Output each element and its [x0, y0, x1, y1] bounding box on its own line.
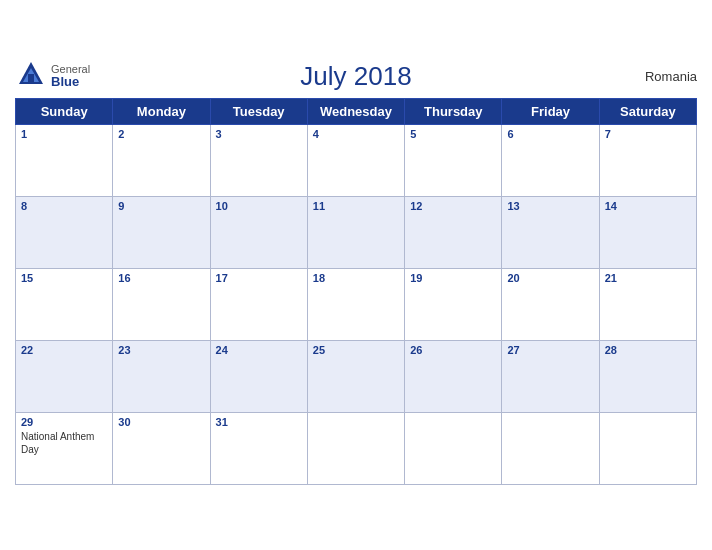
day-number: 14	[605, 200, 691, 212]
day-number: 31	[216, 416, 302, 428]
day-cell-24: 24	[210, 340, 307, 412]
day-number: 21	[605, 272, 691, 284]
header-saturday: Saturday	[599, 98, 696, 124]
day-cell-21: 21	[599, 268, 696, 340]
day-number: 24	[216, 344, 302, 356]
calendar-wrapper: General Blue July 2018 Romania Sunday Mo…	[0, 51, 712, 500]
day-cell-20: 20	[502, 268, 599, 340]
day-cell-18: 18	[307, 268, 404, 340]
day-number: 6	[507, 128, 593, 140]
day-number: 3	[216, 128, 302, 140]
day-cell-31: 31	[210, 412, 307, 484]
day-number: 8	[21, 200, 107, 212]
week-row-5: 29National Anthem Day3031	[16, 412, 697, 484]
week-row-3: 15161718192021	[16, 268, 697, 340]
day-cell-1: 1	[16, 124, 113, 196]
calendar-title: July 2018	[300, 61, 411, 92]
calendar-table: Sunday Monday Tuesday Wednesday Thursday…	[15, 98, 697, 485]
day-number: 9	[118, 200, 204, 212]
day-cell-26: 26	[405, 340, 502, 412]
svg-rect-2	[28, 74, 34, 82]
day-cell-25: 25	[307, 340, 404, 412]
day-number: 27	[507, 344, 593, 356]
day-cell-30: 30	[113, 412, 210, 484]
day-cell-7: 7	[599, 124, 696, 196]
day-cell-17: 17	[210, 268, 307, 340]
day-cell-22: 22	[16, 340, 113, 412]
header-thursday: Thursday	[405, 98, 502, 124]
day-cell-16: 16	[113, 268, 210, 340]
day-number: 19	[410, 272, 496, 284]
day-number: 5	[410, 128, 496, 140]
day-number: 22	[21, 344, 107, 356]
day-number: 18	[313, 272, 399, 284]
day-cell-empty	[405, 412, 502, 484]
day-cell-9: 9	[113, 196, 210, 268]
day-cell-6: 6	[502, 124, 599, 196]
day-number: 28	[605, 344, 691, 356]
day-number: 4	[313, 128, 399, 140]
day-number: 23	[118, 344, 204, 356]
day-cell-empty	[599, 412, 696, 484]
calendar-header: General Blue July 2018 Romania	[15, 61, 697, 92]
day-number: 26	[410, 344, 496, 356]
event-text: National Anthem Day	[21, 430, 107, 456]
day-number: 12	[410, 200, 496, 212]
day-cell-2: 2	[113, 124, 210, 196]
week-row-2: 891011121314	[16, 196, 697, 268]
week-row-1: 1234567	[16, 124, 697, 196]
day-number: 16	[118, 272, 204, 284]
day-number: 7	[605, 128, 691, 140]
logo-blue-text: Blue	[51, 75, 90, 88]
day-number: 15	[21, 272, 107, 284]
day-cell-28: 28	[599, 340, 696, 412]
day-number: 2	[118, 128, 204, 140]
day-cell-15: 15	[16, 268, 113, 340]
header-tuesday: Tuesday	[210, 98, 307, 124]
day-number: 1	[21, 128, 107, 140]
day-number: 13	[507, 200, 593, 212]
day-cell-12: 12	[405, 196, 502, 268]
day-cell-4: 4	[307, 124, 404, 196]
day-number: 17	[216, 272, 302, 284]
day-number: 30	[118, 416, 204, 428]
header-sunday: Sunday	[16, 98, 113, 124]
day-cell-13: 13	[502, 196, 599, 268]
day-number: 10	[216, 200, 302, 212]
header-monday: Monday	[113, 98, 210, 124]
day-number: 20	[507, 272, 593, 284]
day-cell-3: 3	[210, 124, 307, 196]
day-cell-23: 23	[113, 340, 210, 412]
day-cell-8: 8	[16, 196, 113, 268]
day-cell-10: 10	[210, 196, 307, 268]
logo-icon	[15, 60, 47, 92]
day-cell-29: 29National Anthem Day	[16, 412, 113, 484]
weekday-header-row: Sunday Monday Tuesday Wednesday Thursday…	[16, 98, 697, 124]
day-cell-27: 27	[502, 340, 599, 412]
day-number: 11	[313, 200, 399, 212]
day-cell-19: 19	[405, 268, 502, 340]
day-cell-11: 11	[307, 196, 404, 268]
day-cell-14: 14	[599, 196, 696, 268]
day-cell-empty	[502, 412, 599, 484]
header-friday: Friday	[502, 98, 599, 124]
logo-area: General Blue	[15, 60, 90, 92]
country-label: Romania	[645, 69, 697, 84]
week-row-4: 22232425262728	[16, 340, 697, 412]
day-number: 29	[21, 416, 107, 428]
day-cell-empty	[307, 412, 404, 484]
header-wednesday: Wednesday	[307, 98, 404, 124]
day-number: 25	[313, 344, 399, 356]
day-cell-5: 5	[405, 124, 502, 196]
